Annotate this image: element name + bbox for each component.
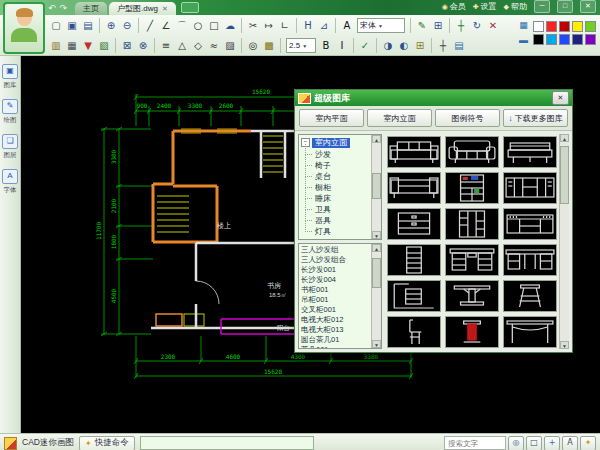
new-tab-button[interactable] — [181, 2, 199, 13]
thumb-stoolred[interactable] — [445, 316, 499, 348]
new-file-icon[interactable]: ▢ — [49, 18, 64, 33]
zoom-window-icon[interactable]: ⊠ — [120, 38, 135, 53]
array-icon[interactable]: ⊞ — [413, 38, 428, 53]
cloud-tool-icon[interactable]: ☁ — [223, 18, 238, 33]
block-list-item[interactable]: 三人沙发组合 — [299, 255, 371, 265]
crosshair-icon[interactable]: + — [544, 436, 560, 450]
tips-icon[interactable]: ✦ — [580, 436, 596, 450]
block-list-item[interactable]: 电视大柜013 — [299, 325, 371, 335]
user-avatar[interactable] — [3, 2, 45, 54]
hatch-icon[interactable]: ▨ — [223, 38, 238, 53]
osnap-icon[interactable]: ┼ — [436, 38, 451, 53]
color-swatch[interactable] — [585, 21, 596, 32]
tree-scroll-track[interactable] — [372, 143, 381, 231]
thumb-cornershelf[interactable] — [387, 280, 441, 312]
color-swatch[interactable] — [546, 21, 557, 32]
drawing-canvas[interactable]: 15620 900 2400 3300 2600 11700 3300 2100… — [21, 56, 600, 433]
open-file-icon[interactable]: ▥ — [49, 38, 64, 53]
minimize-button[interactable]: ─ — [534, 0, 550, 13]
grid-scrollbar[interactable]: ▲ ▼ — [559, 134, 569, 349]
scroll-up-icon[interactable]: ▲ — [372, 244, 381, 252]
block-list-item[interactable]: 长沙发004 — [299, 275, 371, 285]
export-pdf-icon[interactable]: ▼ — [81, 38, 96, 53]
scroll-up-icon[interactable]: ▲ — [372, 135, 381, 143]
scroll-down-icon[interactable]: ▼ — [372, 340, 381, 348]
color-panel-icon[interactable]: ▬ — [517, 34, 530, 47]
font-select[interactable]: 宋体▼ — [357, 18, 405, 33]
document-tab-0[interactable]: 主页 — [75, 2, 107, 15]
block-list-item[interactable]: 茶几001 — [299, 345, 371, 348]
move-icon[interactable]: ┼ — [454, 18, 469, 33]
color-swatch[interactable] — [559, 21, 570, 32]
save-icon[interactable]: ▣ — [65, 18, 80, 33]
italic-icon[interactable]: I — [335, 38, 350, 53]
document-tab-1[interactable]: 户型图.dwg✕ — [109, 2, 176, 15]
thumb-cabinetC[interactable] — [445, 172, 499, 204]
edit-icon[interactable]: ✎ — [415, 18, 430, 33]
triangle-tool-icon[interactable]: △ — [175, 38, 190, 53]
block-icon[interactable]: ▩ — [262, 38, 277, 53]
zoom-in-icon[interactable]: ⊕ — [104, 18, 119, 33]
scroll-down-icon[interactable]: ▼ — [372, 231, 381, 239]
layer-panel-icon[interactable]: ▦ — [517, 19, 530, 32]
scroll-up-icon[interactable]: ▲ — [560, 134, 569, 142]
tree-item-橱柜[interactable]: 橱柜 — [299, 182, 371, 193]
grid-scroll-thumb[interactable] — [560, 146, 569, 204]
export-image-icon[interactable]: ▧ — [97, 38, 112, 53]
thumb-tableped[interactable] — [445, 280, 499, 312]
layers-icon[interactable]: ▤ — [452, 38, 467, 53]
thumb-stool[interactable] — [503, 280, 557, 312]
sidebar-item-图层[interactable]: ❏图层 — [2, 134, 18, 160]
thumb-drawers[interactable] — [387, 208, 441, 240]
color-swatch[interactable] — [559, 34, 570, 45]
arc-tool-icon[interactable]: ⌒ — [175, 18, 190, 33]
tree-root-row[interactable]: −室内立面 — [299, 136, 371, 149]
line-tool-icon[interactable]: ╱ — [143, 18, 158, 33]
library-tab-1[interactable]: 室内立面 — [367, 109, 432, 127]
thumb-chairside[interactable] — [387, 316, 441, 348]
block-list-item[interactable]: 长沙发001 — [299, 265, 371, 275]
block-list-item[interactable]: 圆台茶几01 — [299, 335, 371, 345]
scroll-down-icon[interactable]: ▼ — [560, 341, 569, 349]
block-list-item[interactable]: 电视大柜012 — [299, 315, 371, 325]
text-style-icon[interactable]: A — [562, 436, 578, 450]
zoom-out-icon[interactable]: ⊖ — [120, 18, 135, 33]
library-tab-0[interactable]: 室内平面 — [299, 109, 364, 127]
block-scroll-thumb[interactable] — [372, 258, 381, 288]
menu-help[interactable]: ◆帮助 — [504, 1, 527, 12]
extend-icon[interactable]: ↦ — [262, 18, 277, 33]
menu-user[interactable]: ◉会员 — [442, 1, 466, 12]
sidebar-item-绘图[interactable]: ✎绘图 — [2, 99, 18, 125]
search-input[interactable] — [444, 436, 506, 450]
fillet-icon[interactable]: ∟ — [278, 18, 293, 33]
command-input[interactable] — [140, 436, 314, 450]
block-scroll-track[interactable] — [372, 252, 381, 340]
library-close-button[interactable]: ✕ — [552, 91, 569, 105]
dim-linear-icon[interactable]: H — [301, 18, 316, 33]
copy-icon[interactable]: ⊞ — [431, 18, 446, 33]
text-tool-icon[interactable]: A — [340, 18, 355, 33]
block-list-item[interactable]: 三人沙发组 — [299, 245, 371, 255]
find-icon[interactable]: ◎ — [508, 436, 524, 450]
polyline-tool-icon[interactable]: ∠ — [159, 18, 174, 33]
color-swatch[interactable] — [572, 34, 583, 45]
donut-tool-icon[interactable]: ◎ — [246, 38, 261, 53]
close-button[interactable]: ✕ — [580, 0, 596, 13]
library-tab-3[interactable]: ↓下载更多图库 — [503, 109, 568, 127]
thumb-deskped[interactable] — [445, 244, 499, 276]
menu-settings[interactable]: ✚设置 — [473, 1, 497, 12]
bold-icon[interactable]: B — [319, 38, 334, 53]
block-list-item[interactable]: 交叉柜001 — [299, 305, 371, 315]
tab-close-icon[interactable]: ✕ — [162, 5, 168, 13]
color-swatch[interactable] — [585, 34, 596, 45]
trim-icon[interactable]: ✂ — [246, 18, 261, 33]
redo-icon[interactable]: ↷ — [60, 2, 68, 15]
erase-icon[interactable]: ✕ — [486, 18, 501, 33]
display-icon[interactable]: □ — [526, 436, 542, 450]
print-icon[interactable]: ▦ — [65, 38, 80, 53]
sidebar-item-图库[interactable]: ▣图库 — [2, 64, 18, 90]
tree-item-器具[interactable]: 器具 — [299, 215, 371, 226]
zoom-extents-icon[interactable]: ⊗ — [136, 38, 151, 53]
color-swatch[interactable] — [533, 34, 544, 45]
dim-angle-icon[interactable]: ⊿ — [317, 18, 332, 33]
